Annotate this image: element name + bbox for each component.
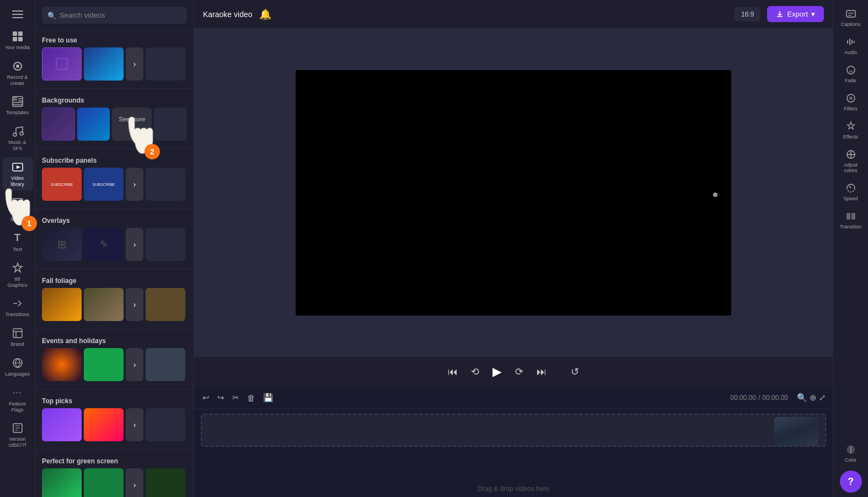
list-item[interactable] xyxy=(42,468,82,497)
zoom-controls: 🔍 ⊕ ⤢ xyxy=(797,393,826,403)
aspect-ratio-button[interactable]: 16:9 xyxy=(735,7,760,22)
fit-timeline-button[interactable]: ⤢ xyxy=(819,393,826,403)
sidebar-item-video-library[interactable]: Video library xyxy=(2,157,33,191)
svg-rect-6 xyxy=(18,37,23,41)
right-tool-captions[interactable]: Captions xyxy=(835,4,866,30)
search-input[interactable] xyxy=(42,7,187,24)
sidebar-item-your-media[interactable]: Your media xyxy=(2,26,33,54)
sidebar-item-images[interactable]: Image library xyxy=(2,193,33,226)
sidebar-label-record: Record & create xyxy=(4,74,31,87)
right-tool-speed[interactable]: Speed xyxy=(835,179,866,205)
sidebar-item-music-sfx[interactable]: Music & SFX xyxy=(2,121,33,155)
list-item[interactable] xyxy=(154,108,187,141)
overlays-next-btn[interactable]: › xyxy=(126,228,143,261)
list-item[interactable] xyxy=(42,47,82,81)
project-name: Karaoke video xyxy=(203,10,253,19)
sidebar-item-menu[interactable] xyxy=(2,4,33,24)
svg-marker-18 xyxy=(17,165,20,169)
adjust-colors-label: Adjust colors xyxy=(838,162,864,173)
adjust-colors-icon xyxy=(845,148,857,161)
list-item[interactable] xyxy=(146,168,185,201)
list-item[interactable] xyxy=(42,348,82,381)
sidebar-item-version[interactable]: Version cd5677f xyxy=(2,418,33,452)
list-item[interactable]: ⊞ xyxy=(42,228,82,261)
sidebar-item-brand-kit[interactable]: Brand xyxy=(2,323,33,351)
right-tool-color[interactable]: Color xyxy=(835,440,866,466)
list-item[interactable]: ✎ xyxy=(84,228,124,261)
free-to-use-next-btn[interactable]: › xyxy=(126,47,143,81)
right-tool-audio[interactable]: Audio xyxy=(835,33,866,58)
list-item[interactable]: SUBSCRIBE xyxy=(84,168,124,201)
list-item[interactable] xyxy=(84,288,124,321)
delete-button[interactable]: 🗑 xyxy=(245,392,257,404)
sidebar-item-text[interactable]: T Text xyxy=(2,228,33,256)
sidebar-item-transitions[interactable]: Transitions xyxy=(2,293,33,321)
zoom-in-button[interactable]: ⊕ xyxy=(810,393,817,403)
list-item[interactable] xyxy=(146,288,185,321)
right-tool-effects[interactable]: Effects xyxy=(835,117,866,143)
list-item[interactable] xyxy=(84,408,124,441)
subscribe-next-btn[interactable]: › xyxy=(126,168,143,201)
save-track-button[interactable]: 💾 xyxy=(261,391,275,404)
play-button[interactable]: ▶ xyxy=(490,362,504,381)
foliage-next-btn[interactable]: › xyxy=(126,288,143,321)
export-label: Export xyxy=(787,10,808,18)
skip-back-button[interactable]: ⏮ xyxy=(446,364,460,380)
see-more-label: See more xyxy=(119,116,146,122)
rewind-button[interactable]: ⟲ xyxy=(469,364,481,380)
see-more-button[interactable]: See more › xyxy=(112,108,152,141)
export-button[interactable]: Export ▾ xyxy=(767,6,824,22)
timeline-clip[interactable] xyxy=(774,417,818,446)
list-item[interactable] xyxy=(42,408,82,441)
list-item[interactable] xyxy=(84,47,124,81)
list-item[interactable]: SUBSCRIBE xyxy=(42,168,82,201)
sidebar-item-more[interactable]: ··· Feature Flags xyxy=(2,383,33,416)
green-screen-next-btn[interactable]: › xyxy=(126,468,143,497)
list-item[interactable] xyxy=(42,288,82,321)
sidebar-label-version: Version cd5677f xyxy=(4,436,31,448)
save-icon[interactable]: 🔔 xyxy=(259,8,271,20)
right-tool-adjust-colors[interactable]: Adjust colors xyxy=(835,145,866,177)
svg-point-30 xyxy=(849,97,853,100)
sidebar-item-templates[interactable]: Templates xyxy=(2,92,33,119)
zoom-out-button[interactable]: 🔍 xyxy=(797,393,807,403)
list-item[interactable] xyxy=(146,47,185,81)
svg-rect-2 xyxy=(12,17,23,18)
cut-button[interactable]: ✂ xyxy=(231,391,241,404)
sidebar-item-graphics[interactable]: 88 Graphics xyxy=(2,258,33,292)
skip-forward-button[interactable]: ⏭ xyxy=(534,364,549,380)
green-screen-grid: › xyxy=(35,468,194,497)
list-item[interactable] xyxy=(146,468,185,497)
svg-point-8 xyxy=(16,65,19,68)
color-label: Color xyxy=(845,457,857,463)
list-item[interactable] xyxy=(77,108,110,141)
undo-button[interactable]: ↩ xyxy=(201,391,211,404)
list-item[interactable] xyxy=(84,348,124,381)
forward-button[interactable]: ⟳ xyxy=(513,364,526,380)
record-icon xyxy=(11,60,24,73)
backgrounds-grid: See more › xyxy=(35,108,194,146)
svg-rect-25 xyxy=(846,10,855,17)
sidebar-item-languages[interactable]: Languages xyxy=(2,353,33,381)
clip-thumbnail xyxy=(774,417,818,446)
redo-button[interactable]: ↪ xyxy=(216,391,226,404)
export-chevron: ▾ xyxy=(811,10,815,18)
top-picks-next-btn[interactable]: › xyxy=(126,408,143,441)
section-title-free: Free to use xyxy=(35,31,194,47)
right-tool-fade[interactable]: Fade xyxy=(835,61,866,87)
transitions-icon xyxy=(11,297,24,310)
list-item[interactable] xyxy=(146,228,185,261)
svg-rect-32 xyxy=(846,213,850,220)
list-item[interactable] xyxy=(42,108,75,141)
refresh-button[interactable]: ↺ xyxy=(569,364,581,380)
sidebar-item-record[interactable]: Record & create xyxy=(2,56,33,90)
list-item[interactable] xyxy=(146,348,185,381)
list-item[interactable] xyxy=(84,468,124,497)
events-next-btn[interactable]: › xyxy=(126,348,143,381)
list-item[interactable] xyxy=(146,408,185,441)
right-tool-transition[interactable]: Transition xyxy=(835,207,866,233)
filters-icon xyxy=(845,92,857,104)
right-tool-filters[interactable]: Filters xyxy=(835,89,866,115)
timeline-track-area: Drag & drop videos here xyxy=(194,409,833,497)
help-button[interactable]: ? xyxy=(840,471,862,493)
